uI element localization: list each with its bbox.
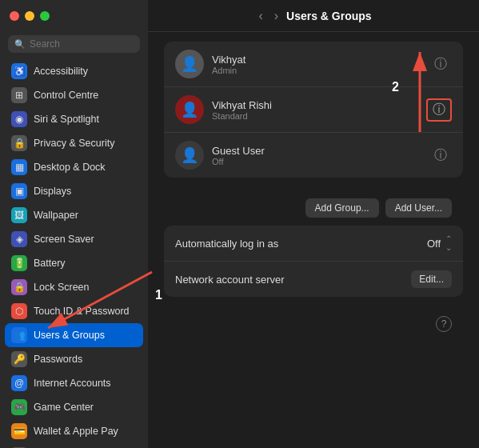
sidebar-label-game-center: Game Center (34, 402, 94, 413)
network-account-row: Network account server Edit... (164, 262, 463, 297)
sidebar: 🔍 ♿ Accessibility ⊞ Control Centre ◉ Sir… (0, 0, 148, 448)
sidebar-icon-lock-screen: 🔒 (11, 279, 27, 295)
search-bar[interactable]: 🔍 (8, 35, 140, 53)
sidebar-label-passwords: Passwords (34, 354, 82, 365)
buttons-row: Add Group... Add User... (164, 190, 463, 226)
add-user-button[interactable]: Add User... (385, 198, 452, 218)
sidebar-icon-desktop-dock: ▦ (11, 159, 27, 175)
sidebar-label-wallpaper: Wallpaper (34, 210, 78, 221)
user-info-guest-user: Guest User Off (212, 145, 429, 166)
avatar-vikhyat: 👤 (175, 50, 204, 78)
sidebar-icon-privacy-security: 🔒 (11, 135, 27, 151)
back-button[interactable]: ‹ (255, 7, 265, 25)
sidebar-label-control-centre: Control Centre (34, 90, 98, 101)
sidebar-item-wallet-apple-pay[interactable]: 💳 Wallet & Apple Pay (5, 419, 143, 443)
sidebar-icon-game-center: 🎮 (11, 399, 27, 415)
user-role-vikhyat: Admin (212, 66, 429, 75)
annotation-label-2: 2 (392, 80, 399, 94)
user-info-vikhyat: Vikhyat Admin (212, 54, 429, 75)
sidebar-item-desktop-dock[interactable]: ▦ Desktop & Dock (5, 155, 143, 179)
sidebar-icon-screen-saver: ◈ (11, 231, 27, 247)
sidebar-icon-displays: ▣ (11, 183, 27, 199)
main-content: 👤 Vikhyat Admin ⓘ 👤 Vikhyat Rishi Standa… (148, 32, 479, 448)
maximize-button[interactable] (40, 11, 50, 21)
sidebar-icon-battery: 🔋 (11, 255, 27, 271)
sidebar-label-accessibility: Accessibility (34, 66, 88, 77)
settings-section: Automatically log in as Off ⌃⌄ Network a… (164, 226, 463, 297)
sidebar-icon-touch-id: ⬡ (11, 303, 27, 319)
sidebar-label-internet-accounts: Internet Accounts (34, 378, 111, 389)
sidebar-item-control-centre[interactable]: ⊞ Control Centre (5, 83, 143, 107)
auto-login-value: Off ⌃⌄ (427, 234, 452, 252)
sidebar-item-game-center[interactable]: 🎮 Game Center (5, 395, 143, 419)
sidebar-label-touch-id: Touch ID & Password (34, 306, 130, 317)
info-button-vikhyat[interactable]: ⓘ (429, 54, 452, 74)
sidebar-icon-users-groups: 👥 (11, 327, 27, 343)
sidebar-icon-accessibility: ♿ (11, 63, 27, 79)
user-row-vikhyat-rishi: 👤 Vikhyat Rishi Standard ⓘ (164, 87, 463, 133)
page-title: Users & Groups (286, 10, 372, 22)
info-button-vikhyat-rishi[interactable]: ⓘ (426, 98, 452, 122)
info-button-guest-user[interactable]: ⓘ (429, 146, 452, 166)
sidebar-label-displays: Displays (34, 186, 71, 197)
sidebar-label-desktop-dock: Desktop & Dock (34, 162, 106, 173)
search-input[interactable] (30, 38, 134, 50)
user-role-vikhyat-rishi: Standard (212, 111, 426, 121)
network-account-value: Edit... (411, 270, 452, 288)
annotation-label-1: 1 (155, 288, 162, 302)
sidebar-item-lock-screen[interactable]: 🔒 Lock Screen (5, 275, 143, 299)
sidebar-list: ♿ Accessibility ⊞ Control Centre ◉ Siri … (0, 59, 148, 448)
sidebar-icon-passwords: 🔑 (11, 351, 27, 367)
sidebar-item-touch-id[interactable]: ⬡ Touch ID & Password (5, 299, 143, 323)
main-titlebar: ‹ › Users & Groups (148, 0, 479, 32)
sidebar-item-accessibility[interactable]: ♿ Accessibility (5, 59, 143, 83)
help-row: ? (164, 310, 463, 338)
minimize-button[interactable] (25, 11, 34, 21)
add-group-button[interactable]: Add Group... (305, 198, 379, 218)
sidebar-item-users-groups[interactable]: 👥 Users & Groups (5, 323, 143, 347)
user-name-vikhyat-rishi: Vikhyat Rishi (212, 99, 426, 111)
avatar-vikhyat-rishi: 👤 (175, 95, 204, 124)
sidebar-label-lock-screen: Lock Screen (34, 282, 89, 293)
user-name-guest-user: Guest User (212, 145, 429, 157)
title-bar (0, 0, 148, 32)
forward-button[interactable]: › (271, 7, 281, 25)
main-panel: ‹ › Users & Groups 👤 Vikhyat Admin ⓘ 👤 V… (148, 0, 479, 448)
sidebar-item-internet-accounts[interactable]: @ Internet Accounts (5, 371, 143, 395)
sidebar-item-displays[interactable]: ▣ Displays (5, 179, 143, 203)
sidebar-label-screen-saver: Screen Saver (34, 234, 94, 245)
sidebar-icon-siri-spotlight: ◉ (11, 111, 27, 127)
auto-login-label: Automatically log in as (175, 238, 278, 250)
auto-login-row: Automatically log in as Off ⌃⌄ (164, 226, 463, 262)
sidebar-item-battery[interactable]: 🔋 Battery (5, 251, 143, 275)
sidebar-label-wallet-apple-pay: Wallet & Apple Pay (34, 426, 118, 437)
user-info-vikhyat-rishi: Vikhyat Rishi Standard (212, 99, 426, 121)
sidebar-item-wallpaper[interactable]: 🖼 Wallpaper (5, 203, 143, 227)
network-account-label: Network account server (175, 274, 285, 286)
search-icon: 🔍 (14, 39, 26, 50)
sidebar-icon-internet-accounts: @ (11, 375, 27, 391)
user-row-vikhyat: 👤 Vikhyat Admin ⓘ (164, 42, 463, 87)
sidebar-item-passwords[interactable]: 🔑 Passwords (5, 347, 143, 371)
avatar-guest-user: 👤 (175, 141, 204, 170)
chevron-icon: ⌃⌄ (445, 234, 452, 252)
sidebar-item-privacy-security[interactable]: 🔒 Privacy & Security (5, 131, 143, 155)
sidebar-item-siri-spotlight[interactable]: ◉ Siri & Spotlight (5, 107, 143, 131)
user-role-guest-user: Off (212, 157, 429, 166)
user-row-guest-user: 👤 Guest User Off ⓘ (164, 133, 463, 178)
user-name-vikhyat: Vikhyat (212, 54, 429, 66)
edit-button[interactable]: Edit... (411, 270, 452, 288)
sidebar-icon-control-centre: ⊞ (11, 87, 27, 103)
sidebar-label-battery: Battery (34, 258, 66, 269)
sidebar-label-siri-spotlight: Siri & Spotlight (34, 114, 99, 125)
help-button[interactable]: ? (436, 316, 452, 332)
sidebar-label-privacy-security: Privacy & Security (34, 138, 114, 149)
auto-login-text: Off (427, 238, 441, 250)
sidebar-icon-wallpaper: 🖼 (11, 207, 27, 223)
sidebar-item-screen-saver[interactable]: ◈ Screen Saver (5, 227, 143, 251)
close-button[interactable] (10, 11, 19, 21)
sidebar-label-users-groups: Users & Groups (34, 330, 105, 341)
users-section: 👤 Vikhyat Admin ⓘ 👤 Vikhyat Rishi Standa… (164, 42, 463, 178)
sidebar-icon-wallet-apple-pay: 💳 (11, 423, 27, 439)
sidebar-item-keyboard[interactable]: ⌨ Keyboard (5, 443, 143, 448)
